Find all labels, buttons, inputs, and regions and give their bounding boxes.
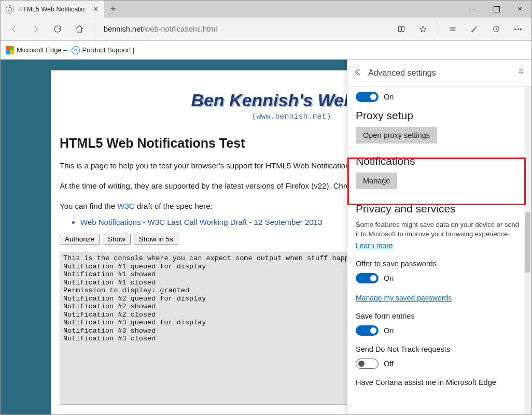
fav-ms-edge[interactable]: Microsoft Edge – [6,46,67,54]
panel-title: Advanced settings [368,68,511,78]
tab-title: HTML5 Web Notificatio [18,6,87,13]
browser-tab[interactable]: HTML5 Web Notificatio ✕ [1,1,104,18]
top-toggle-label: On [384,93,394,101]
dnt-label: Send Do Not Track requests [356,345,521,353]
maximize-button[interactable] [485,1,508,18]
reading-view-button[interactable] [391,19,412,39]
save-passwords-label: Offer to save passwords [356,260,521,268]
close-tab-icon[interactable]: ✕ [91,5,100,14]
home-button[interactable] [69,19,90,39]
separator [94,23,94,35]
learn-more-link[interactable]: Learn more [356,241,393,250]
proxy-heading: Proxy setup [356,109,521,122]
notifications-heading: Notifications [356,155,521,167]
panel-header: Advanced settings [347,60,531,87]
cortana-label: Have Cortana assist me in Microsoft Edge [356,378,521,387]
favicon-icon [6,5,14,13]
refresh-button[interactable] [47,19,68,39]
panel-scrollbar[interactable] [524,87,531,414]
save-form-toggle[interactable] [356,325,379,336]
titlebar: HTML5 Web Notificatio ✕ + ✕ [1,1,531,18]
address-bar[interactable]: bennish.net/web-notifications.html [99,19,390,39]
fav-dell-support[interactable]: D Product Support | [72,46,135,54]
notes-button[interactable] [464,19,485,39]
w3c-link[interactable]: W3C [117,202,134,210]
manage-notifications-button[interactable]: Manage [356,173,397,189]
favorite-button[interactable] [413,19,433,39]
share-button[interactable] [486,19,507,39]
privacy-description: Some features might save data on your de… [356,220,521,238]
forward-button[interactable] [25,19,46,39]
privacy-heading: Privacy and services [356,203,521,215]
settings-panel: Advanced settings On Proxy setup Open pr… [347,60,531,414]
spec-link[interactable]: Web Notifications - W3C Last Call Workin… [80,218,322,226]
pin-button[interactable] [517,68,525,78]
favorites-bar: Microsoft Edge – D Product Support | [1,41,531,60]
panel-body: On Proxy setup Open proxy settings Notif… [347,87,524,414]
open-proxy-button[interactable]: Open proxy settings [356,127,437,144]
panel-back-button[interactable] [354,68,362,78]
close-window-button[interactable]: ✕ [508,1,531,18]
new-tab-button[interactable]: + [104,1,122,18]
hub-button[interactable] [442,19,463,39]
viewport: Ben Kennish's Web Site (www.bennish.net)… [1,60,531,414]
show-in-5s-button[interactable]: Show in 5s [134,234,178,245]
url-domain: bennish.net [104,25,143,33]
minimize-button[interactable] [461,1,485,18]
separator [438,23,438,35]
dell-icon: D [72,46,80,54]
back-button[interactable] [4,19,24,39]
dnt-toggle[interactable] [356,359,379,369]
more-button[interactable] [508,19,528,39]
save-passwords-toggle[interactable] [356,273,379,283]
scrollbar-thumb[interactable] [525,212,530,273]
url-path: /web-notifications.html [143,25,217,33]
show-button[interactable]: Show [103,234,131,245]
top-toggle[interactable] [356,92,379,102]
microsoft-icon [6,46,14,54]
toolbar: bennish.net/web-notifications.html [1,18,531,41]
save-form-label: Save form entries [356,312,521,320]
manage-passwords-link[interactable]: Manage my saved passwords [356,294,452,302]
window-controls: ✕ [461,1,531,18]
authorize-button[interactable]: Authorize [60,234,100,245]
